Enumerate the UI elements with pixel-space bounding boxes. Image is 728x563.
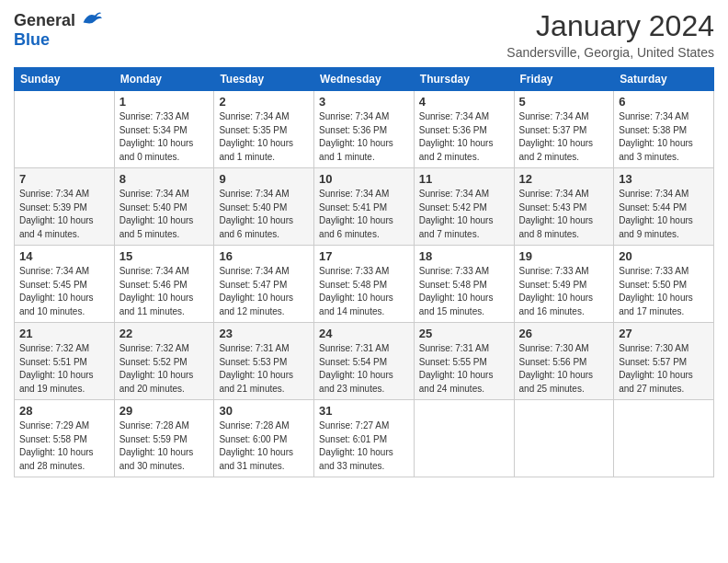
day-info: Sunrise: 7:33 AMSunset: 5:49 PMDaylight:… (519, 265, 609, 318)
month-title: January 2024 (506, 9, 714, 43)
calendar-cell: 1Sunrise: 7:33 AMSunset: 5:34 PMDaylight… (114, 91, 214, 168)
calendar-cell: 22Sunrise: 7:32 AMSunset: 5:52 PMDayligh… (114, 323, 214, 400)
calendar-cell: 8Sunrise: 7:34 AMSunset: 5:40 PMDaylight… (114, 168, 214, 246)
logo-blue: Blue (14, 30, 50, 49)
weekday-header-tuesday: Tuesday (214, 68, 314, 91)
day-info: Sunrise: 7:31 AMSunset: 5:55 PMDaylight:… (419, 342, 509, 396)
day-number: 7 (19, 172, 109, 186)
calendar-cell: 7Sunrise: 7:34 AMSunset: 5:39 PMDaylight… (15, 168, 115, 246)
day-number: 13 (619, 172, 709, 186)
calendar-cell: 27Sunrise: 7:30 AMSunset: 5:57 PMDayligh… (614, 323, 714, 400)
day-info: Sunrise: 7:34 AMSunset: 5:46 PMDaylight:… (119, 265, 210, 318)
calendar-cell (414, 400, 514, 477)
logo-text: General Blue (14, 9, 102, 50)
day-number: 26 (519, 327, 609, 340)
logo-general: General (14, 11, 75, 29)
day-number: 21 (19, 327, 109, 340)
calendar-cell: 23Sunrise: 7:31 AMSunset: 5:53 PMDayligh… (214, 323, 314, 400)
calendar-cell: 26Sunrise: 7:30 AMSunset: 5:56 PMDayligh… (514, 323, 614, 400)
day-number: 19 (519, 249, 609, 263)
calendar-cell: 4Sunrise: 7:34 AMSunset: 5:36 PMDaylight… (414, 91, 514, 168)
day-info: Sunrise: 7:34 AMSunset: 5:39 PMDaylight:… (19, 188, 109, 241)
day-number: 16 (219, 249, 309, 263)
day-info: Sunrise: 7:34 AMSunset: 5:36 PMDaylight:… (319, 110, 409, 164)
calendar-cell: 31Sunrise: 7:27 AMSunset: 6:01 PMDayligh… (314, 400, 415, 477)
calendar-cell: 9Sunrise: 7:34 AMSunset: 5:40 PMDaylight… (214, 168, 314, 246)
day-number: 17 (319, 249, 409, 263)
calendar-cell: 15Sunrise: 7:34 AMSunset: 5:46 PMDayligh… (114, 246, 214, 323)
day-info: Sunrise: 7:33 AMSunset: 5:50 PMDaylight:… (619, 265, 709, 318)
calendar-row-3: 14Sunrise: 7:34 AMSunset: 5:45 PMDayligh… (15, 246, 714, 323)
calendar-cell: 29Sunrise: 7:28 AMSunset: 5:59 PMDayligh… (114, 400, 214, 477)
weekday-header-thursday: Thursday (414, 68, 514, 91)
logo-bird-icon (82, 9, 102, 26)
day-number: 5 (519, 95, 609, 109)
day-number: 3 (319, 95, 409, 109)
day-number: 18 (419, 249, 509, 263)
day-number: 10 (319, 172, 409, 186)
day-number: 12 (519, 172, 609, 186)
day-number: 31 (319, 404, 409, 418)
page-header: General Blue January 2024 Sandersville, … (14, 9, 714, 60)
day-info: Sunrise: 7:30 AMSunset: 5:57 PMDaylight:… (619, 342, 709, 396)
day-number: 11 (419, 172, 509, 186)
day-number: 29 (119, 404, 210, 418)
day-info: Sunrise: 7:31 AMSunset: 5:53 PMDaylight:… (219, 342, 309, 396)
logo: General Blue (14, 9, 102, 50)
calendar-cell (514, 400, 614, 477)
calendar-cell: 10Sunrise: 7:34 AMSunset: 5:41 PMDayligh… (314, 168, 415, 246)
calendar-cell: 25Sunrise: 7:31 AMSunset: 5:55 PMDayligh… (414, 323, 514, 400)
location-text: Sandersville, Georgia, United States (506, 45, 714, 60)
day-info: Sunrise: 7:30 AMSunset: 5:56 PMDaylight:… (519, 342, 609, 396)
calendar-cell: 11Sunrise: 7:34 AMSunset: 5:42 PMDayligh… (414, 168, 514, 246)
calendar-table: SundayMondayTuesdayWednesdayThursdayFrid… (14, 67, 714, 477)
day-number: 25 (419, 327, 509, 340)
calendar-cell: 28Sunrise: 7:29 AMSunset: 5:58 PMDayligh… (15, 400, 115, 477)
day-info: Sunrise: 7:34 AMSunset: 5:43 PMDaylight:… (519, 188, 609, 241)
day-info: Sunrise: 7:34 AMSunset: 5:45 PMDaylight:… (19, 265, 109, 318)
day-info: Sunrise: 7:34 AMSunset: 5:38 PMDaylight:… (619, 110, 709, 164)
day-number: 24 (319, 327, 409, 340)
calendar-cell: 14Sunrise: 7:34 AMSunset: 5:45 PMDayligh… (15, 246, 115, 323)
day-number: 28 (19, 404, 109, 418)
day-info: Sunrise: 7:28 AMSunset: 5:59 PMDaylight:… (119, 419, 210, 473)
weekday-header-friday: Friday (514, 68, 614, 91)
day-info: Sunrise: 7:27 AMSunset: 6:01 PMDaylight:… (319, 419, 409, 473)
day-info: Sunrise: 7:34 AMSunset: 5:40 PMDaylight:… (219, 188, 309, 241)
calendar-cell: 3Sunrise: 7:34 AMSunset: 5:36 PMDaylight… (314, 91, 415, 168)
day-info: Sunrise: 7:34 AMSunset: 5:42 PMDaylight:… (419, 188, 509, 241)
day-number: 22 (119, 327, 210, 340)
day-info: Sunrise: 7:33 AMSunset: 5:34 PMDaylight:… (119, 110, 210, 164)
day-info: Sunrise: 7:32 AMSunset: 5:52 PMDaylight:… (119, 342, 210, 396)
day-info: Sunrise: 7:33 AMSunset: 5:48 PMDaylight:… (419, 265, 509, 318)
day-number: 30 (219, 404, 309, 418)
day-info: Sunrise: 7:34 AMSunset: 5:36 PMDaylight:… (419, 110, 509, 164)
day-info: Sunrise: 7:29 AMSunset: 5:58 PMDaylight:… (19, 419, 109, 473)
weekday-header-saturday: Saturday (614, 68, 714, 91)
calendar-cell: 2Sunrise: 7:34 AMSunset: 5:35 PMDaylight… (214, 91, 314, 168)
day-info: Sunrise: 7:34 AMSunset: 5:35 PMDaylight:… (219, 110, 309, 164)
calendar-cell: 17Sunrise: 7:33 AMSunset: 5:48 PMDayligh… (314, 246, 415, 323)
calendar-cell (614, 400, 714, 477)
day-number: 6 (619, 95, 709, 109)
day-number: 9 (219, 172, 309, 186)
weekday-header-row: SundayMondayTuesdayWednesdayThursdayFrid… (15, 68, 714, 91)
day-info: Sunrise: 7:33 AMSunset: 5:48 PMDaylight:… (319, 265, 409, 318)
calendar-cell: 5Sunrise: 7:34 AMSunset: 5:37 PMDaylight… (514, 91, 614, 168)
calendar-cell (15, 91, 115, 168)
day-info: Sunrise: 7:34 AMSunset: 5:37 PMDaylight:… (519, 110, 609, 164)
day-number: 2 (219, 95, 309, 109)
calendar-cell: 18Sunrise: 7:33 AMSunset: 5:48 PMDayligh… (414, 246, 514, 323)
day-number: 4 (419, 95, 509, 109)
day-number: 27 (619, 327, 709, 340)
weekday-header-monday: Monday (114, 68, 214, 91)
calendar-row-1: 1Sunrise: 7:33 AMSunset: 5:34 PMDaylight… (15, 91, 714, 168)
calendar-row-5: 28Sunrise: 7:29 AMSunset: 5:58 PMDayligh… (15, 400, 714, 477)
day-info: Sunrise: 7:28 AMSunset: 6:00 PMDaylight:… (219, 419, 309, 473)
day-number: 14 (19, 249, 109, 263)
day-info: Sunrise: 7:34 AMSunset: 5:40 PMDaylight:… (119, 188, 210, 241)
day-info: Sunrise: 7:34 AMSunset: 5:47 PMDaylight:… (219, 265, 309, 318)
calendar-cell: 19Sunrise: 7:33 AMSunset: 5:49 PMDayligh… (514, 246, 614, 323)
calendar-cell: 16Sunrise: 7:34 AMSunset: 5:47 PMDayligh… (214, 246, 314, 323)
day-number: 8 (119, 172, 210, 186)
